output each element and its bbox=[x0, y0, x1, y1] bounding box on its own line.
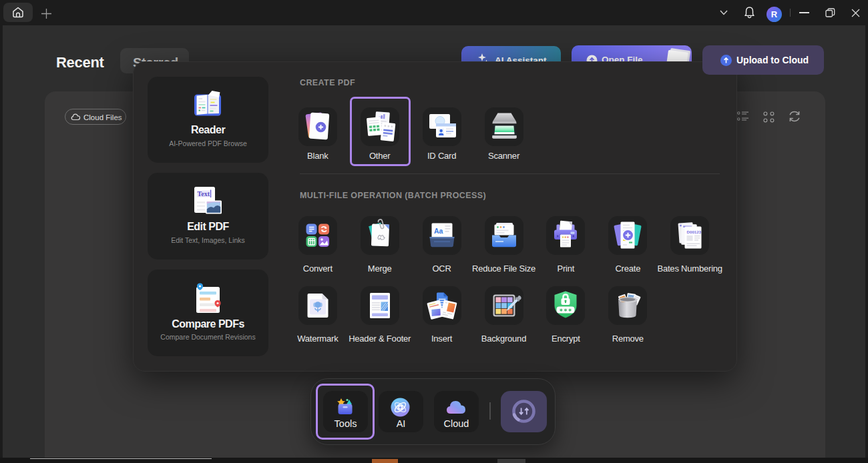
svg-text:D00123: D00123 bbox=[687, 229, 702, 234]
svg-text:Text: Text bbox=[198, 190, 210, 197]
svg-text:Aa: Aa bbox=[434, 227, 443, 235]
